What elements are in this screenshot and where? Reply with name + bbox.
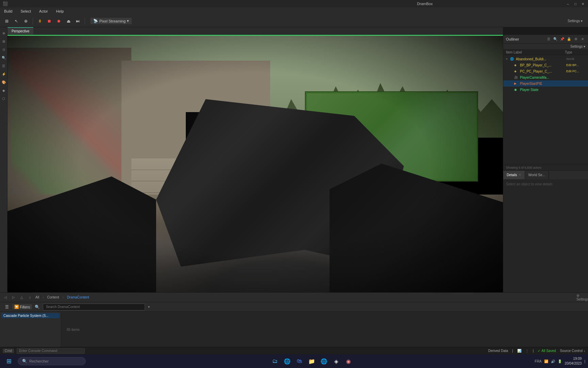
- tree-expand-0[interactable]: ▾: [506, 57, 510, 61]
- breadcrumb-sep-2: ›: [63, 295, 64, 299]
- maximize-button[interactable]: □: [573, 1, 578, 6]
- breadcrumb-drama-content[interactable]: DramaContent: [67, 295, 89, 299]
- toolbar-modes-btn[interactable]: ⊞: [3, 17, 11, 25]
- taskbar-app-browser[interactable]: 🌐: [282, 356, 293, 367]
- close-button[interactable]: ✕: [581, 1, 585, 6]
- titlebar: ⬛ DramBox – □ ✕: [0, 0, 588, 7]
- bottom-tabs: Details ✕ World Se...: [503, 170, 588, 179]
- outliner-title: Outliner: [506, 37, 544, 41]
- taskbar-app-explorer[interactable]: 🗂: [270, 356, 280, 367]
- tree-label-1: BP_BP_Player_C_...: [520, 63, 566, 67]
- cmd-label[interactable]: Cmd: [3, 349, 14, 353]
- skip-button[interactable]: ⏭: [74, 17, 82, 25]
- content-search-input[interactable]: [43, 304, 145, 310]
- sidebar-mode-4[interactable]: ☰: [1, 63, 7, 69]
- details-hint: Select an object to view details: [506, 182, 553, 186]
- pause-button[interactable]: ⏸: [36, 17, 44, 25]
- content-settings-icon[interactable]: ⚙ Settings: [580, 295, 585, 300]
- content-forward-icon[interactable]: ▷: [11, 295, 16, 300]
- app-icon: ⬛: [3, 1, 8, 6]
- sidebar-mode-6[interactable]: 🎨: [1, 79, 7, 85]
- start-button[interactable]: ⊞: [3, 355, 15, 367]
- tab-world-settings[interactable]: World Se...: [525, 171, 549, 179]
- sidebar-mode-2[interactable]: ⊙: [1, 46, 7, 52]
- taskbar-app-unreal[interactable]: ◈: [331, 356, 342, 367]
- world-settings-label: World Se...: [528, 173, 545, 177]
- tree-item-player-state[interactable]: ◉ Player State: [503, 87, 588, 93]
- tree-icon-camera: 🎥: [514, 76, 519, 79]
- taskbar-app-store[interactable]: 🛍: [294, 356, 305, 367]
- breadcrumb-content[interactable]: Content: [47, 295, 59, 299]
- taskbar-apps: 🗂 🌐 🛍 📁 🌐 ◈ ◉: [88, 356, 535, 367]
- content-filter-icon[interactable]: ☰: [3, 303, 11, 311]
- tree-item-player-start[interactable]: ▶ PlayerStartPIE: [503, 80, 588, 87]
- taskbar-app-extra[interactable]: ◉: [343, 356, 354, 367]
- details-label: Details: [507, 173, 517, 177]
- settings-button[interactable]: Settings ▾: [565, 17, 585, 25]
- content-back-icon[interactable]: ◁: [3, 295, 8, 300]
- outliner-gear-icon[interactable]: ⚙: [573, 36, 578, 42]
- source-control-btn[interactable]: Source Control ↓: [560, 349, 585, 353]
- filters-button[interactable]: 🔽 Filters: [12, 304, 32, 309]
- taskbar-clock[interactable]: 19:09 20/04/2023: [565, 356, 582, 366]
- tree-item-camera-mgr[interactable]: 🎥 PlayerCameraMa...: [503, 74, 588, 80]
- taskbar-search[interactable]: 🔍 Rechercher: [18, 357, 86, 365]
- content-sidebar-item[interactable]: Cascade Particle System (S...: [1, 313, 60, 318]
- outliner-filter-icon[interactable]: ☰: [546, 36, 551, 42]
- menu-select[interactable]: Select: [19, 9, 32, 14]
- content-up-icon[interactable]: △: [19, 295, 24, 300]
- content-home-icon[interactable]: ⌂: [27, 295, 33, 300]
- sidebar-mode-5[interactable]: ⚡: [1, 71, 7, 77]
- sidebar-mode-8[interactable]: ⬡: [1, 95, 7, 102]
- sidebar-mode-7[interactable]: ◆: [1, 87, 7, 93]
- outliner-lock-icon[interactable]: 🔒: [566, 36, 572, 42]
- sidebar-place-actors[interactable]: ⊕: [1, 30, 7, 36]
- stop-button[interactable]: ⏹: [45, 17, 53, 25]
- tray-battery-icon[interactable]: 🔋: [558, 359, 562, 363]
- search-dropdown-icon[interactable]: ▾: [146, 304, 152, 310]
- derived-data-btn[interactable]: Derived Data: [488, 349, 508, 353]
- tree-item-pc-player[interactable]: ◈ PC_PC_Player_C_... Edit PC...: [503, 68, 588, 74]
- outliner-search-icon[interactable]: 🔍: [553, 36, 558, 42]
- sidebar-mode-1[interactable]: ⊞: [1, 38, 7, 44]
- console-input[interactable]: [17, 348, 85, 354]
- outliner-pin-icon[interactable]: 📌: [559, 36, 565, 42]
- sidebar-mode-3[interactable]: 🔍: [1, 55, 7, 61]
- tray-network-icon[interactable]: 📶: [544, 359, 548, 363]
- search-icon[interactable]: 🔍: [33, 303, 42, 311]
- taskbar: ⊞ 🔍 Rechercher 🗂 🌐 🛍 📁 🌐 ◈ ◉ FRA 📶 🔊 🔋 1…: [0, 354, 588, 368]
- tree-icon-world: 🌐: [510, 57, 515, 61]
- outliner-tree[interactable]: ▾ 🌐 Abandoned_Buildi... World ◈ BP_BP_Pl…: [503, 55, 588, 165]
- tree-label-5: Player State: [520, 88, 566, 92]
- column-type: Type: [565, 50, 585, 54]
- viewport[interactable]: [7, 35, 503, 292]
- all-saved-btn[interactable]: ✓ All Saved: [538, 349, 556, 353]
- eject-button[interactable]: ⏏: [64, 17, 72, 25]
- breadcrumb-all[interactable]: All: [35, 295, 39, 299]
- tree-item-bp-player[interactable]: ◈ BP_BP_Player_C_... Edit BP...: [503, 62, 588, 68]
- menu-actor[interactable]: Actor: [38, 9, 49, 14]
- menu-build[interactable]: Build: [3, 9, 14, 14]
- taskbar-search-label: Rechercher: [29, 359, 49, 363]
- details-tab-close[interactable]: ✕: [519, 173, 521, 177]
- tab-details[interactable]: Details ✕: [503, 171, 525, 179]
- taskbar-app-chrome[interactable]: 🌐: [318, 356, 329, 367]
- tray-volume-icon[interactable]: 🔊: [551, 359, 555, 363]
- outliner-close-icon[interactable]: ✕: [580, 36, 585, 42]
- tray-show-desktop[interactable]: |: [584, 359, 585, 363]
- taskbar-app-files[interactable]: 📁: [306, 356, 317, 367]
- record-button[interactable]: ⏺: [55, 17, 63, 25]
- content-main: 65 items: [61, 312, 588, 347]
- menu-help[interactable]: Help: [55, 9, 65, 14]
- fps-counter: 📊: [517, 349, 521, 353]
- toolbar-select-btn[interactable]: ↖: [12, 17, 20, 25]
- toolbar-transform-btn[interactable]: ⊕: [22, 17, 30, 25]
- tree-item-abandoned-build[interactable]: ▾ 🌐 Abandoned_Buildi... World: [503, 56, 588, 62]
- content-browser-toolbar: ☰ 🔽 Filters 🔍 ▾: [0, 302, 588, 312]
- minimize-button[interactable]: –: [566, 1, 570, 6]
- pixel-streaming-button[interactable]: 📡 Pixel Streaming ▾: [91, 18, 132, 24]
- outliner-settings-button[interactable]: Settings ▾: [570, 45, 585, 48]
- viewport-tab-perspective[interactable]: Perspective: [7, 27, 33, 34]
- tray-locale: FRA: [535, 359, 541, 363]
- all-saved-label: All Saved: [541, 349, 556, 353]
